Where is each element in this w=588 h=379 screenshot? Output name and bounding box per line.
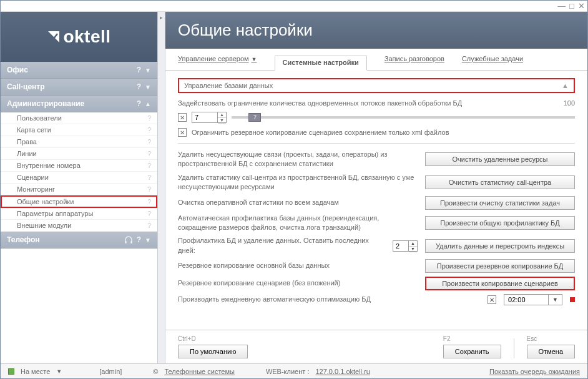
show-queue-link[interactable]: Показать очередь ожидания xyxy=(489,368,580,375)
sidebar-item-label: Пользователи xyxy=(17,114,62,122)
limit-label: Задействовать ограничение количества одн… xyxy=(178,99,559,107)
default-button[interactable]: По умолчанию xyxy=(178,345,248,358)
help-icon[interactable]: ? xyxy=(147,115,151,122)
save-button[interactable]: Сохранить xyxy=(443,345,501,358)
logo-area: oktell xyxy=(1,12,157,62)
daily-opt-time-input[interactable] xyxy=(504,295,548,305)
limit-slider[interactable]: 7 xyxy=(232,116,575,119)
chevron-down-icon: ▼ xyxy=(252,56,257,62)
spin-up-icon[interactable]: ▲ xyxy=(218,112,226,118)
limit-input[interactable] xyxy=(192,112,217,122)
keep-days-spinner[interactable]: ▲▼ xyxy=(393,240,418,252)
rebuild-index-button[interactable]: Удалить данные и перестроить индексы xyxy=(425,239,575,253)
help-icon[interactable]: ? xyxy=(147,174,151,181)
app-window: — □ ✕ oktell Офис ?▼ Call-центр ?▼ xyxy=(0,0,588,379)
help-icon[interactable]: ? xyxy=(147,150,151,157)
sidebar-item-общие-настройки[interactable]: Общие настройки? xyxy=(1,195,157,208)
xml-checkbox[interactable]: ✕ xyxy=(178,128,187,137)
db-maintenance-button[interactable]: Произвести общую профилактику БД xyxy=(425,216,575,230)
help-icon[interactable]: ? xyxy=(147,127,151,134)
help-icon[interactable]: ? xyxy=(137,235,141,244)
minimize-icon[interactable]: — xyxy=(557,1,566,11)
sidebar-item-линии[interactable]: Линии? xyxy=(1,148,157,160)
tab-system-settings[interactable]: Системные настройки xyxy=(275,56,367,71)
chevron-up-icon: ▲ xyxy=(145,101,151,107)
help-icon[interactable]: ? xyxy=(147,210,151,217)
sidebar-item-карта-сети[interactable]: Карта сети? xyxy=(1,124,157,136)
clear-cc-stats-button[interactable]: Очистить статистику call-центра xyxy=(425,175,575,189)
content-pane: Общие настройки Управление сервером▼ Сис… xyxy=(165,12,587,363)
presence-dropdown-icon[interactable]: ▼ xyxy=(56,368,62,375)
dropdown-icon[interactable]: ▼ xyxy=(548,295,562,305)
collapse-icon: ▲ xyxy=(562,82,569,89)
sidebar-collapse-handle[interactable]: ▸ xyxy=(158,12,165,363)
clean-task-stats-button[interactable]: Произвести очистку статистики задач xyxy=(425,196,575,210)
help-icon[interactable]: ? xyxy=(137,82,141,91)
sidebar-cat-callcenter[interactable]: Call-центр ?▼ xyxy=(1,79,157,96)
spin-up-icon[interactable]: ▲ xyxy=(409,241,417,247)
spin-down-icon[interactable]: ▼ xyxy=(409,247,417,252)
daily-opt-time[interactable]: ▼ xyxy=(504,294,562,305)
sidebar-cat-phone[interactable]: Телефон ? ▼ xyxy=(1,232,157,249)
help-icon[interactable]: ? xyxy=(147,162,151,169)
sidebar-item-мониторинг[interactable]: Мониторинг? xyxy=(1,184,157,195)
sidebar-item-label: Внешние модули xyxy=(17,222,71,229)
help-icon[interactable]: ? xyxy=(147,222,151,229)
slider-thumb[interactable]: 7 xyxy=(248,113,261,122)
sidebar-item-внешние-модули[interactable]: Внешние модули? xyxy=(1,220,157,232)
sidebar-item-параметры-аппаратуры[interactable]: Параметры аппаратуры? xyxy=(1,208,157,220)
cancel-button[interactable]: Отмена xyxy=(527,345,575,358)
marker-icon xyxy=(570,297,575,302)
limit-spinner[interactable]: ▲▼ xyxy=(192,112,227,123)
chevron-down-icon: ▼ xyxy=(145,84,151,91)
clear-deleted-button[interactable]: Очистить удаленные ресурсы xyxy=(425,152,575,166)
help-icon[interactable]: ? xyxy=(147,186,151,193)
company-link[interactable]: Телефонные системы xyxy=(164,368,234,375)
keep-days-desc: Профилактика БД и удаление данных. Остав… xyxy=(178,236,385,255)
sidebar-item-права[interactable]: Права? xyxy=(1,136,157,148)
web-client-link[interactable]: 127.0.0.1.oktell.ru xyxy=(315,368,370,375)
sidebar-item-label: Права xyxy=(17,138,37,145)
content: Управление базами данных ▲ Задействовать… xyxy=(165,71,587,330)
logo-icon xyxy=(47,30,61,44)
sidebar-item-пользователи[interactable]: Пользователи? xyxy=(1,112,157,124)
clean-stats-desc: Очистка оперативной статистики по всем з… xyxy=(178,198,418,207)
sidebar-cat-admin[interactable]: Администрирование ?▲ xyxy=(1,96,157,112)
help-icon[interactable]: ? xyxy=(137,99,141,108)
section-header[interactable]: Управление базами данных ▲ xyxy=(178,78,575,93)
daily-opt-desc: Производить ежедневную автоматическую оп… xyxy=(178,295,480,304)
xml-label: Ограничить резервное копирование сценари… xyxy=(192,129,449,136)
copy-scenarios-button[interactable]: Произвести копирование сценариев xyxy=(425,277,575,290)
page-header: Общие настройки xyxy=(165,12,587,49)
help-icon[interactable]: ? xyxy=(147,139,151,145)
headset-icon xyxy=(124,236,133,244)
backup-main-desc: Резервное копирование основной базы данн… xyxy=(178,261,418,270)
section-title: Управление базами данных xyxy=(184,82,273,89)
help-icon[interactable]: ? xyxy=(137,66,141,74)
titlebar: — □ ✕ xyxy=(1,1,587,12)
close-icon[interactable]: ✕ xyxy=(578,1,585,11)
presence-icon xyxy=(8,368,14,375)
sidebar-item-внутренние-номера[interactable]: Внутренние номера? xyxy=(1,160,157,172)
limit-checkbox[interactable]: ✕ xyxy=(178,113,187,122)
delete-cc-desc: Удалить статистику call-центра из простр… xyxy=(178,173,418,192)
sidebar-item-label: Внутренние номера xyxy=(17,162,81,169)
bottom-bar: Ctrl+D По умолчанию F2 Сохранить Esc Отм… xyxy=(165,330,587,363)
backup-scen-desc: Резервное копирование сценариев (без вло… xyxy=(178,278,418,288)
sidebar-cat-office[interactable]: Офис ?▼ xyxy=(1,62,157,79)
tab-service-tasks[interactable]: Служебные задачи xyxy=(462,55,523,70)
tab-server-mgmt[interactable]: Управление сервером▼ xyxy=(178,55,257,70)
statusbar: На месте ▼ [admin] © Телефонные системы … xyxy=(1,363,587,378)
page-title: Общие настройки xyxy=(178,21,575,40)
tab-call-recording[interactable]: Запись разговоров xyxy=(385,55,444,70)
maximize-icon[interactable]: □ xyxy=(569,1,574,11)
default-key-label: Ctrl+D xyxy=(178,335,248,342)
sidebar-item-label: Параметры аппаратуры xyxy=(17,210,93,217)
spin-down-icon[interactable]: ▼ xyxy=(218,118,226,124)
sidebar-item-сценарии[interactable]: Сценарии? xyxy=(1,172,157,184)
help-icon[interactable]: ? xyxy=(147,199,151,205)
keep-days-input[interactable] xyxy=(393,241,408,251)
copyright: © xyxy=(153,368,158,375)
backup-db-button[interactable]: Произвести резервное копирование БД xyxy=(425,259,575,273)
daily-opt-checkbox[interactable]: ✕ xyxy=(488,295,496,304)
